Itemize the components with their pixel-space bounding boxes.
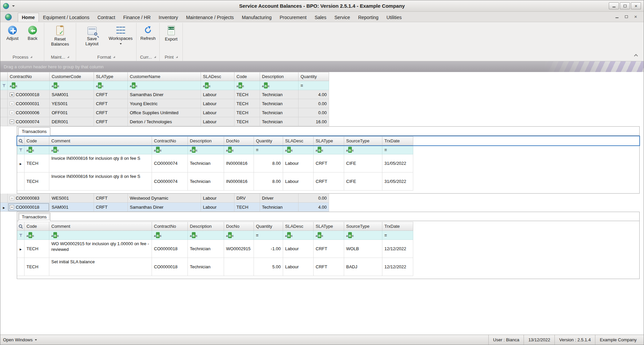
cell-comment[interactable]: Invoice IN0000816 for inclusion qty 8 on… <box>49 154 152 172</box>
cell-code[interactable]: TECH <box>234 108 260 117</box>
filter-slatype[interactable] <box>94 81 128 90</box>
cell-quantity[interactable]: 4.00 <box>299 203 329 212</box>
quick-access-dropdown-icon[interactable] <box>12 5 15 7</box>
cell-contractno[interactable]: CO0000074 <box>152 172 188 191</box>
col-header-code[interactable]: Code <box>234 72 260 81</box>
filter-slatype[interactable] <box>314 145 344 154</box>
filter-sladesc[interactable] <box>201 81 234 90</box>
collapse-icon[interactable] <box>10 205 14 209</box>
cell-slatype[interactable]: CRFT <box>94 117 128 126</box>
cell-quantity[interactable]: 0.00 <box>299 194 329 203</box>
cell-code[interactable]: TECH <box>234 203 260 212</box>
filter-trxdate[interactable] <box>382 231 413 240</box>
cell-slatype[interactable]: CRFT <box>94 99 128 108</box>
cell-sladesc[interactable]: Labour <box>201 117 234 126</box>
cell-quantity[interactable]: 0.00 <box>299 108 329 117</box>
cell-customercode[interactable]: DER001 <box>50 117 94 126</box>
cell-code[interactable]: DRV <box>234 194 260 203</box>
cell-contractno[interactable]: CO0000018 <box>152 258 188 276</box>
cell-code[interactable]: TECH <box>234 90 260 99</box>
col-header-sladesc[interactable]: SLADesc <box>201 72 234 81</box>
dialog-launcher-icon[interactable] <box>176 56 178 58</box>
col-header-sourcetype[interactable]: SourceType <box>344 136 382 145</box>
minimize-button[interactable] <box>609 2 619 9</box>
cell-sourcetype[interactable]: CIFE <box>344 172 382 191</box>
tab-sales[interactable]: Sales <box>311 13 330 22</box>
cell-customercode[interactable]: OFF001 <box>50 108 94 117</box>
tab-reporting[interactable]: Reporting <box>354 13 383 22</box>
indicator-header-cell[interactable] <box>17 222 24 231</box>
dialog-launcher-icon[interactable] <box>154 56 156 58</box>
cell-slatype[interactable]: CRFT <box>314 172 344 191</box>
cell-sladesc[interactable]: Labour <box>283 172 314 191</box>
tab-finance-hr[interactable]: Finance / HR <box>119 13 155 22</box>
cell-description[interactable]: Technician <box>188 154 224 172</box>
filter-quantity[interactable] <box>254 145 283 154</box>
cell-customername[interactable]: Samanthas Diner <box>128 90 201 99</box>
cell-sourcetype[interactable]: CIFE <box>344 154 382 172</box>
tab-utilities[interactable]: Utilities <box>382 13 406 22</box>
col-header-comment[interactable]: Comment <box>49 222 152 231</box>
filter-trxdate[interactable] <box>382 145 413 154</box>
cell-customername[interactable]: Westwood Dynamic <box>128 194 201 203</box>
filter-contractno[interactable] <box>152 231 188 240</box>
cell-customername[interactable]: Derton / Technologies <box>128 117 201 126</box>
expand-icon[interactable] <box>10 111 14 115</box>
expand-icon[interactable] <box>10 92 14 97</box>
col-header-customername[interactable]: CustomerName <box>128 72 201 81</box>
col-header-docno[interactable]: DocNo <box>224 222 254 231</box>
cell-quantity[interactable]: 5.00 <box>254 258 283 276</box>
detail-row[interactable]: TECH WO WO0002915 for inclusion qty 1.00… <box>17 240 639 258</box>
cell-contractno[interactable]: CO0000018 <box>152 240 188 258</box>
expand-icon[interactable] <box>10 196 14 200</box>
open-windows-dropdown[interactable]: Open Windows <box>3 337 37 342</box>
mdi-minimize-button[interactable] <box>613 14 620 19</box>
table-row[interactable]: CO0000018 SAM001 CRFT Samanthas Diner La… <box>0 90 644 99</box>
col-header-description[interactable]: Description <box>188 136 224 145</box>
cell-customercode[interactable]: SAM001 <box>50 203 94 212</box>
group-by-panel[interactable]: Drag a column header here to group by th… <box>0 61 644 72</box>
filter-code[interactable] <box>24 231 49 240</box>
tab-maintenance-projects[interactable]: Maintenance / Projects <box>182 13 238 22</box>
cell-code[interactable]: TECH <box>234 117 260 126</box>
cell-docno[interactable]: IN0000816 <box>224 154 254 172</box>
col-header-quantity[interactable]: Quantity <box>299 72 329 81</box>
tab-inventory[interactable]: Inventory <box>155 13 182 22</box>
cell-customercode[interactable]: YES001 <box>50 99 94 108</box>
col-header-quantity[interactable]: Quantity <box>254 222 283 231</box>
cell-trxdate[interactable]: 12/12/2022 <box>382 258 413 276</box>
maximize-button[interactable] <box>620 2 630 9</box>
table-row[interactable]: CO0000031 YES001 CRFT Young Electric Lab… <box>0 99 644 108</box>
cell-slatype[interactable]: CRFT <box>94 90 128 99</box>
col-header-trxdate[interactable]: TrxDate <box>382 222 413 231</box>
table-row[interactable]: CO0000006 OFF001 CRFT Office Supplies Un… <box>0 108 644 117</box>
cell-description[interactable]: Technician <box>188 240 224 258</box>
table-row-selected[interactable]: CO0000018 SAM001 CRFT Samanthas Diner La… <box>0 203 644 212</box>
cell-description[interactable]: Technician <box>260 99 299 108</box>
filter-comment[interactable] <box>49 231 152 240</box>
cell-docno[interactable]: WO0002915 <box>224 240 254 258</box>
col-header-comment[interactable]: Comment <box>49 136 152 145</box>
col-header-contractno[interactable]: ContractNo <box>8 72 50 81</box>
filter-slatype[interactable] <box>314 231 344 240</box>
cell-quantity[interactable]: -1.00 <box>254 240 283 258</box>
filter-sourcetype[interactable] <box>344 231 382 240</box>
cell-code[interactable]: TECH <box>24 172 49 191</box>
cell-description[interactable]: Technician <box>188 172 224 191</box>
cell-slatype[interactable]: CRFT <box>94 203 128 212</box>
tab-contract[interactable]: Contract <box>93 13 119 22</box>
filter-docno[interactable] <box>224 145 254 154</box>
filter-docno[interactable] <box>224 231 254 240</box>
col-header-sladesc[interactable]: SLADesc <box>283 136 314 145</box>
filter-comment[interactable] <box>49 145 152 154</box>
cell-code[interactable]: TECH <box>24 154 49 172</box>
tab-transactions[interactable]: Transactions <box>18 213 50 221</box>
cell-quantity[interactable]: 4.00 <box>299 90 329 99</box>
col-header-customercode[interactable]: CustomerCode <box>50 72 94 81</box>
dialog-launcher-icon[interactable] <box>30 56 32 58</box>
cell-quantity[interactable]: 0.00 <box>299 99 329 108</box>
filter-quantity[interactable] <box>254 231 283 240</box>
cell-description[interactable]: Technician <box>260 108 299 117</box>
dialog-launcher-icon[interactable] <box>67 56 69 58</box>
expand-icon[interactable] <box>10 101 14 106</box>
